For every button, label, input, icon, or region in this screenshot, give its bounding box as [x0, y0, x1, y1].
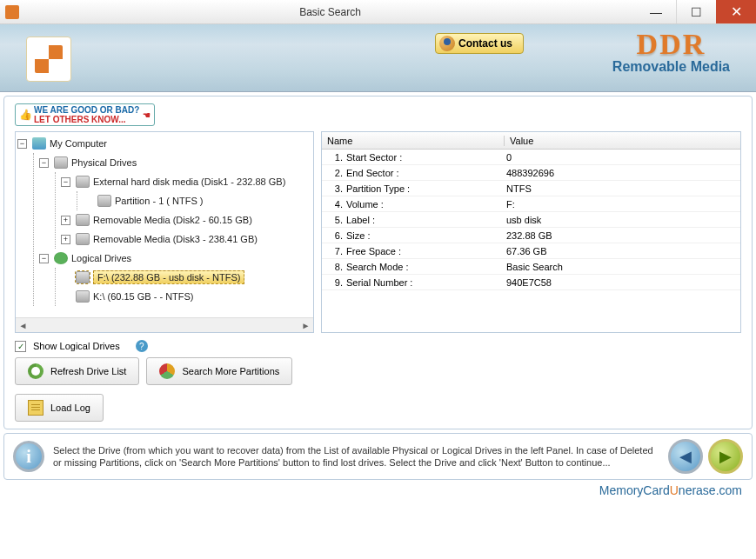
- grid-header: Name Value: [322, 132, 740, 150]
- computer-icon: [32, 137, 46, 150]
- contact-us-button[interactable]: Contact us: [435, 33, 524, 54]
- tree-physical-drives[interactable]: − Physical Drives: [39, 153, 311, 172]
- brand-ddr: DDR: [612, 30, 730, 59]
- tree-disk2[interactable]: + Removable Media (Disk2 - 60.15 GB): [61, 210, 311, 230]
- maximize-button[interactable]: ☐: [676, 0, 716, 23]
- info-icon: i: [13, 441, 44, 472]
- thumb-up-icon: 👍: [19, 109, 32, 121]
- expand-icon[interactable]: +: [61, 235, 70, 244]
- grid-row[interactable]: 1.Start Sector :0: [322, 150, 740, 165]
- drive-icon: [97, 195, 111, 207]
- drive-icon: [76, 233, 90, 245]
- drive-icon: [76, 176, 90, 188]
- tree-disk1-partition1[interactable]: Partition - 1 ( NTFS ): [83, 191, 311, 210]
- titlebar: Basic Search — ☐ ✕: [0, 0, 756, 24]
- collapse-icon[interactable]: −: [61, 177, 70, 187]
- scroll-left-icon[interactable]: ◄: [16, 318, 30, 333]
- drive-tree-panel: − My Computer − Physical Drives − E: [15, 131, 314, 333]
- help-icon[interactable]: ?: [136, 340, 148, 352]
- globe-icon: [54, 252, 68, 264]
- drive-icon: [76, 214, 90, 226]
- brand-sub: Removable Media: [612, 59, 730, 75]
- back-button[interactable]: ◀: [668, 439, 703, 474]
- app-icon: [5, 5, 19, 19]
- grid-row[interactable]: 5.Label :usb disk: [322, 212, 740, 228]
- tree-disk1[interactable]: − External hard disk media (Disk1 - 232.…: [61, 172, 311, 191]
- grid-row[interactable]: 9.Serial Number :940E7C58: [322, 275, 740, 290]
- show-logical-drives-checkbox[interactable]: ✓: [15, 341, 26, 352]
- tree-root-my-computer[interactable]: − My Computer: [17, 134, 311, 153]
- feedback-line2: LET OTHERS KNOW...: [34, 115, 139, 124]
- scroll-right-icon[interactable]: ►: [298, 318, 313, 333]
- tree-logical-drives[interactable]: − Logical Drives: [39, 249, 311, 268]
- collapse-icon[interactable]: −: [17, 139, 27, 149]
- next-button[interactable]: ▶: [708, 439, 743, 474]
- drive-icon: [76, 271, 90, 283]
- document-icon: [28, 400, 43, 416]
- banner: Contact us DDR Removable Media: [0, 24, 756, 92]
- main-panel: 👍 WE ARE GOOD OR BAD? LET OTHERS KNOW...…: [3, 96, 753, 429]
- col-header-name[interactable]: Name: [322, 136, 505, 146]
- tree-logical-k[interactable]: K:\ (60.15 GB - - NTFS): [61, 287, 311, 306]
- drive-icon: [76, 290, 90, 303]
- pie-chart-icon: [159, 363, 175, 379]
- brand-logo-box: [26, 37, 71, 82]
- load-log-button[interactable]: Load Log: [15, 394, 104, 422]
- footer-text: Select the Drive (from which you want to…: [53, 444, 659, 469]
- collapse-icon[interactable]: −: [39, 254, 49, 263]
- horizontal-scrollbar[interactable]: ◄ ►: [16, 317, 313, 332]
- grid-row[interactable]: 2.End Sector :488392696: [322, 165, 740, 181]
- person-icon: [439, 36, 455, 51]
- show-logical-drives-label: Show Logical Drives: [33, 341, 120, 351]
- pointer-icon: ☚: [143, 110, 151, 120]
- feedback-line1: WE ARE GOOD OR BAD?: [34, 105, 139, 115]
- brand-block: DDR Removable Media: [612, 30, 730, 75]
- tree-logical-f[interactable]: F:\ (232.88 GB - usb disk - NTFS): [61, 268, 311, 287]
- grid-row[interactable]: 8.Search Mode :Basic Search: [322, 259, 740, 275]
- col-header-value[interactable]: Value: [505, 136, 533, 146]
- grid-row[interactable]: 7.Free Space :67.36 GB: [322, 243, 740, 259]
- window-title: Basic Search: [24, 6, 636, 18]
- collapse-icon[interactable]: −: [39, 158, 49, 168]
- refresh-drive-list-button[interactable]: Refresh Drive List: [15, 357, 139, 385]
- close-button[interactable]: ✕: [716, 0, 756, 23]
- contact-us-label: Contact us: [458, 37, 512, 50]
- site-link[interactable]: MemoryCardUnerase.com: [0, 482, 756, 499]
- feedback-badge[interactable]: 👍 WE ARE GOOD OR BAD? LET OTHERS KNOW...…: [15, 103, 155, 126]
- search-more-partitions-button[interactable]: Search More Partitions: [146, 357, 292, 385]
- grid-row[interactable]: 6.Size :232.88 GB: [322, 228, 740, 243]
- grid-row[interactable]: 4.Volume :F:: [322, 196, 740, 212]
- tree-disk3[interactable]: + Removable Media (Disk3 - 238.41 GB): [61, 230, 311, 249]
- footer-panel: i Select the Drive (from which you want …: [3, 433, 753, 480]
- minimize-button[interactable]: —: [636, 0, 676, 23]
- refresh-icon: [28, 363, 43, 379]
- drive-icon: [54, 156, 68, 169]
- properties-grid: Name Value 1.Start Sector :02.End Sector…: [321, 131, 741, 333]
- grid-row[interactable]: 3.Partition Type :NTFS: [322, 181, 740, 196]
- expand-icon[interactable]: +: [61, 216, 70, 225]
